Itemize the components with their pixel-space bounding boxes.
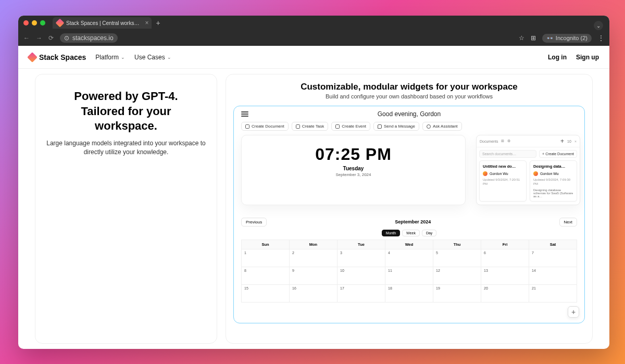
calendar-tab-day[interactable]: Day (422, 230, 436, 236)
calendar-cell[interactable]: 4 (385, 249, 433, 267)
document-card[interactable]: Designing data… Gordon Wu Updated 9/3/20… (530, 160, 577, 202)
calendar-cell[interactable]: 3 (338, 249, 385, 267)
calendar-cell[interactable]: 15 (242, 284, 290, 302)
feature-card-gpt4: Powered by GPT-4. Tailored for your work… (35, 74, 217, 344)
calendar-cell[interactable]: 19 (433, 284, 481, 302)
close-window-icon[interactable] (23, 20, 29, 26)
star-icon[interactable]: ☆ (519, 34, 524, 42)
calendar-cell[interactable]: 21 (529, 284, 577, 302)
calendar-dow: Sat (529, 240, 577, 249)
chevron-down-icon: ⌄ (121, 55, 125, 60)
calendar-next-button[interactable]: Next (559, 218, 577, 227)
gear-icon[interactable]: ⚙︎ (507, 139, 510, 143)
feature-title: Customizable, modular widgets for your w… (233, 82, 585, 92)
send-message-button[interactable]: Send a Message (373, 122, 419, 131)
nav-usecases[interactable]: Use Cases ⌄ (134, 54, 171, 61)
calendar-cell[interactable]: 9 (290, 267, 338, 284)
forward-button[interactable]: → (36, 34, 42, 42)
calendar-cell[interactable]: 17 (338, 284, 385, 302)
document-icon (245, 124, 249, 129)
incognito-badge[interactable]: 👓 Incognito (2) (542, 34, 592, 43)
calendar-cell[interactable]: 10 (338, 267, 385, 284)
calendar-dow: Thu (433, 240, 481, 249)
calendar-cell[interactable]: 11 (385, 267, 433, 284)
calendar-cell[interactable]: 1 (242, 249, 290, 267)
incognito-label: Incognito (2) (556, 35, 588, 41)
calendar-cell[interactable]: 20 (481, 284, 529, 302)
document-card[interactable]: Untitled new do… Gordon Wu Updated 9/3/2… (479, 160, 527, 202)
calendar-cell[interactable]: 6 (481, 249, 529, 267)
quick-actions: Create Document Create Task Create Event… (241, 122, 577, 131)
panel-id: 10 (567, 140, 571, 143)
add-widget-button[interactable]: + (568, 306, 579, 318)
calendar-cell[interactable]: 16 (290, 284, 338, 302)
site-header: Stack Spaces Platform ⌄ Use Cases ⌄ Log … (18, 46, 609, 69)
calendar-dow: Mon (290, 240, 338, 249)
calendar-dow: Sun (242, 240, 290, 249)
calendar-dow: Fri (481, 240, 529, 249)
feature-title: Powered by GPT-4. Tailored for your work… (45, 89, 207, 134)
create-document-button[interactable]: + Create Document (539, 150, 577, 158)
greeting-text: Good evening, Gordon (241, 110, 577, 118)
reload-button[interactable]: ⟳ (48, 34, 54, 42)
clock-date: September 3, 2024 (251, 172, 456, 177)
favicon-icon (56, 19, 65, 28)
ask-assistant-button[interactable]: Ask Assistant (422, 122, 462, 131)
add-icon[interactable]: + (560, 137, 564, 145)
help-icon (427, 124, 431, 129)
calendar-cell[interactable]: 12 (433, 267, 481, 284)
clock-day: Tuesday (251, 166, 456, 171)
task-icon (296, 124, 300, 129)
calendar-prev-button[interactable]: Previous (241, 218, 267, 227)
calendar-grid: SunMonTueWedThuFriSat 123456789101112131… (241, 240, 577, 303)
tab-title: Stack Spaces | Central works… (66, 20, 139, 26)
browser-window: ⌄ Stack Spaces | Central works… × + ← → … (18, 16, 609, 349)
login-link[interactable]: Log in (548, 54, 567, 61)
calendar-tab-week[interactable]: Week (402, 230, 420, 236)
documents-label: Documents (480, 140, 498, 143)
traffic-lights (23, 20, 45, 26)
close-icon[interactable]: × (574, 140, 577, 143)
calendar-cell[interactable]: 2 (290, 249, 338, 267)
back-button[interactable]: ← (23, 34, 30, 42)
calendar-cell[interactable]: 5 (433, 249, 481, 267)
browser-toolbar: ← → ⟳ ⊙ stackspaces.io ☆ ⊞ 👓 Incognito (… (18, 30, 609, 46)
calendar-tab-month[interactable]: Month (382, 230, 400, 236)
feature-subtitle: Build and configure your own dashboard b… (233, 93, 585, 99)
kebab-menu-icon[interactable]: ⋮ (598, 34, 604, 42)
calendar-cell[interactable]: 7 (529, 249, 577, 267)
calendar-cell[interactable]: 8 (242, 267, 290, 284)
hamburger-icon[interactable] (241, 111, 248, 117)
search-documents-input[interactable]: Search documents… (479, 150, 536, 158)
calendar-cell[interactable]: 18 (385, 284, 433, 302)
minimize-window-icon[interactable] (32, 20, 37, 26)
clock-widget: 07:25 PM Tuesday September 3, 2024 (241, 135, 466, 205)
signup-link[interactable]: Sign up (576, 54, 599, 61)
calendar-icon (335, 124, 340, 129)
chevron-down-icon: ⌄ (167, 55, 171, 60)
create-event-button[interactable]: Create Event (331, 122, 370, 131)
url-text: stackspaces.io (72, 34, 114, 42)
brand[interactable]: Stack Spaces (29, 53, 86, 61)
brand-logo-icon (27, 52, 38, 62)
feature-subtitle: Large language models integrated into yo… (45, 139, 207, 157)
clock-time: 07:25 PM (251, 145, 456, 164)
nav-platform[interactable]: Platform ⌄ (95, 54, 125, 61)
chevron-down-icon[interactable]: ⌄ (594, 21, 603, 30)
address-bar[interactable]: ⊙ stackspaces.io (60, 33, 512, 43)
calendar-cell[interactable]: 14 (529, 267, 577, 284)
site-info-icon[interactable]: ⊙ (64, 34, 69, 42)
maximize-window-icon[interactable] (40, 20, 45, 26)
calendar-widget: Previous September 2024 Next Month Week … (241, 218, 577, 303)
feature-card-widgets: Customizable, modular widgets for your w… (226, 74, 593, 344)
calendar-cell[interactable]: 13 (481, 267, 529, 284)
close-tab-icon[interactable]: × (145, 20, 148, 26)
extensions-icon[interactable]: ⊞ (531, 34, 536, 42)
calendar-dow: Wed (385, 240, 433, 249)
create-task-button[interactable]: Create Task (292, 122, 329, 131)
create-document-button[interactable]: Create Document (241, 122, 289, 131)
new-tab-button[interactable]: + (156, 19, 160, 27)
grid-icon[interactable]: ⊞ (501, 139, 504, 143)
browser-tab[interactable]: Stack Spaces | Central works… × (53, 17, 152, 29)
avatar-icon (483, 171, 488, 176)
